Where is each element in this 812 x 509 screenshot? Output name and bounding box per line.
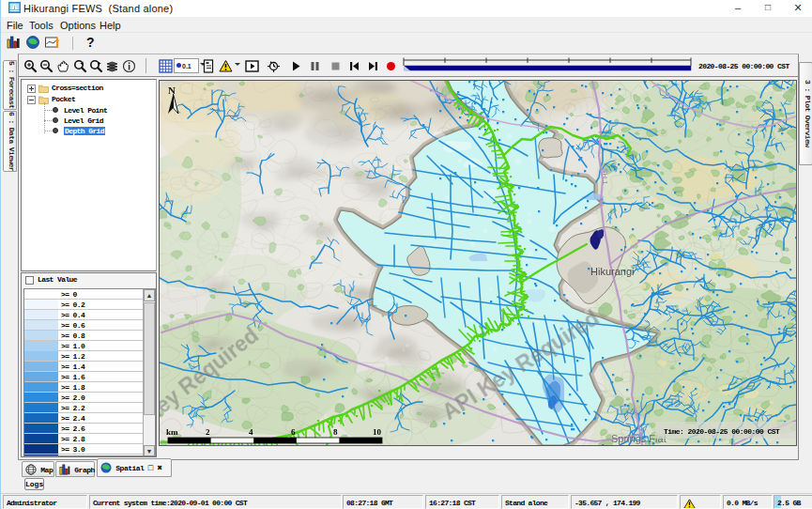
svg-text:SH 1: SH 1 <box>601 168 609 185</box>
svg-text:Time: 2020-08-25 00:00:00 CST: Time: 2020-08-25 00:00:00 CST <box>664 427 780 436</box>
svg-text:6: 6 <box>291 427 296 437</box>
svg-text:2: 2 <box>206 427 210 437</box>
svg-text:Hikurangi: Hikurangi <box>590 266 634 277</box>
svg-text:4: 4 <box>249 427 253 437</box>
svg-text:10: 10 <box>373 427 382 437</box>
svg-text:km: km <box>166 427 178 437</box>
svg-text:8: 8 <box>333 427 338 437</box>
svg-text:N: N <box>168 85 176 96</box>
